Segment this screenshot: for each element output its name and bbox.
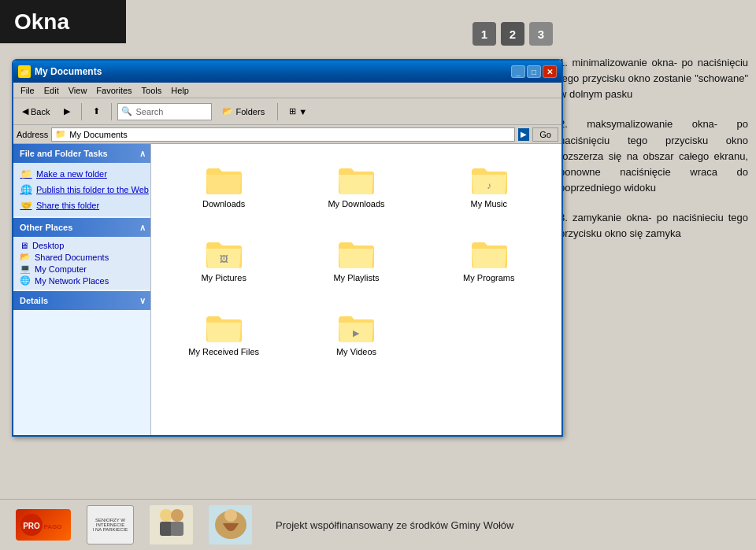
toolbar: ◀ Back ▶ ⬆ 🔍 Search 📂 Folders ⊞ ▼ [13, 98, 561, 125]
publish-folder-link[interactable]: 🌐 Publish this folder to the Web [20, 182, 150, 197]
file-label-mydownloads: My Downloads [328, 198, 384, 209]
details-label: Details [20, 296, 48, 305]
file-item-myvideos[interactable]: ▶ My Videos [291, 300, 421, 371]
views-chevron: ▼ [298, 107, 307, 116]
up-button[interactable]: ⬆ [87, 102, 106, 122]
desktop-icon: 🖥 [20, 241, 28, 250]
folder-icon-myprograms [470, 239, 508, 269]
menu-file[interactable]: File [17, 85, 39, 96]
file-item-mypictures[interactable]: 🖼 My Pictures [159, 226, 288, 297]
address-nav-arrow[interactable]: ▶ [518, 128, 529, 141]
propago-logo: PRO PAGO [16, 509, 71, 541]
file-label-myvideos: My Videos [336, 346, 376, 357]
file-item-mymusic[interactable]: ♪ My Music [424, 152, 554, 223]
folder-icon-myreceivedfiles [205, 313, 243, 343]
file-item-myplaylists[interactable]: My Playlists [291, 226, 421, 297]
minimize-button[interactable]: _ [511, 65, 525, 78]
file-label-myplaylists: My Playlists [333, 272, 379, 283]
separator-2 [111, 103, 112, 120]
file-area: Downloads My Downloads ♪ [151, 144, 561, 435]
svg-point-8 [171, 509, 183, 522]
shared-documents-link[interactable]: 📂 Shared Documents [20, 251, 150, 263]
my-network-places-link[interactable]: 🌐 My Network Places [20, 275, 150, 286]
menu-favorites[interactable]: Favorites [92, 85, 135, 96]
back-arrow-icon: ◀ [22, 106, 28, 116]
main-content: File and Folder Tasks ∧ 📁 Make a new fol… [13, 144, 561, 435]
my-computer-link[interactable]: 💻 My Computer [20, 263, 150, 275]
file-item-myprograms[interactable]: My Programs [424, 226, 554, 297]
svg-text:PAGO: PAGO [44, 523, 62, 530]
back-label: Back [31, 107, 50, 116]
address-bar: Address 📁 My Documents ▶ Go [13, 125, 561, 144]
badge-2: 2 [501, 22, 524, 46]
win-window: 📁 My Documents _ □ ✕ File Edit View Favo… [12, 59, 563, 437]
file-item-myreceivedfiles[interactable]: My Received Files [159, 300, 288, 371]
menu-help[interactable]: Help [167, 85, 193, 96]
menu-tools[interactable]: Tools [138, 85, 166, 96]
search-box[interactable]: 🔍 Search [117, 103, 212, 120]
file-item-downloads[interactable]: Downloads [159, 152, 288, 223]
menu-edit[interactable]: Edit [40, 85, 63, 96]
file-label-myreceivedfiles: My Received Files [188, 346, 259, 357]
file-label-myprograms: My Programs [463, 272, 514, 283]
collapse-icon-3[interactable]: ∨ [139, 296, 146, 306]
folder-icon-mypictures: 🖼 [205, 239, 243, 269]
new-folder-icon: 📁 [20, 168, 32, 180]
address-value: My Documents [69, 130, 127, 139]
search-icon: 🔍 [121, 106, 132, 116]
badge-3: 3 [529, 22, 553, 46]
figure-2 [209, 505, 252, 544]
search-label: Search [135, 107, 163, 116]
file-folder-tasks-section: File and Folder Tasks ∧ 📁 Make a new fol… [13, 144, 150, 216]
badge-text: SENIORZY W INTERNECIEI NA PARKIECIE [87, 516, 133, 533]
folder-icon-myplaylists [337, 239, 375, 269]
file-folder-tasks-header: File and Folder Tasks ∧ [13, 144, 150, 163]
svg-rect-7 [160, 522, 172, 536]
network-icon: 🌐 [20, 275, 31, 286]
explanation-1: 1. minimalizowanie okna- po naciśnięciu … [559, 55, 748, 102]
shared-docs-icon: 📂 [20, 252, 31, 262]
up-icon: ⬆ [93, 106, 100, 116]
svg-point-6 [160, 509, 172, 522]
forward-button[interactable]: ▶ [58, 102, 76, 122]
svg-text:PRO: PRO [23, 522, 40, 530]
title-bar-buttons: _ □ ✕ [511, 65, 557, 78]
menu-bar: File Edit View Favorites Tools Help [13, 83, 561, 98]
collapse-icon-2[interactable]: ∧ [139, 223, 146, 233]
make-new-folder-link[interactable]: 📁 Make a new folder [20, 166, 150, 182]
details-section: Details ∨ [13, 291, 150, 310]
svg-text:♪: ♪ [487, 180, 491, 191]
menu-view[interactable]: View [65, 85, 91, 96]
back-button[interactable]: ◀ Back [17, 102, 55, 122]
share-folder-link[interactable]: 🤝 Share this folder [20, 197, 150, 213]
share-icon: 🤝 [20, 199, 32, 212]
footer: PRO PAGO SENIORZY W INTERNECIEI NA PARKI… [0, 499, 756, 550]
views-button[interactable]: ⊞ ▼ [284, 102, 313, 122]
top-bar: Okna [0, 0, 126, 43]
address-go-button[interactable]: Go [532, 127, 558, 142]
close-button[interactable]: ✕ [543, 65, 557, 78]
badge-1: 1 [472, 22, 496, 46]
folder-icon-mydownloads [337, 165, 375, 195]
forward-arrow-icon: ▶ [64, 106, 70, 116]
folder-icon-myvideos: ▶ [337, 313, 375, 343]
other-places-section: Other Places ∧ 🖥 Desktop 📂 Shared Docume… [13, 218, 150, 290]
address-label: Address [17, 130, 48, 139]
left-panel: File and Folder Tasks ∧ 📁 Make a new fol… [13, 144, 151, 435]
folders-icon: 📂 [222, 106, 233, 116]
separator-1 [81, 103, 82, 120]
folder-icon-mymusic: ♪ [470, 165, 508, 195]
folders-label: Folders [235, 107, 265, 116]
maximize-button[interactable]: □ [527, 65, 541, 78]
window-icon: 📁 [18, 65, 31, 78]
file-label-mypictures: My Pictures [201, 272, 246, 283]
file-item-mydownloads[interactable]: My Downloads [291, 152, 421, 223]
desktop-link[interactable]: 🖥 Desktop [20, 240, 150, 251]
folders-button[interactable]: 📂 Folders [215, 102, 272, 122]
file-folder-tasks-label: File and Folder Tasks [20, 149, 108, 158]
badges-area: 1 2 3 [472, 22, 553, 46]
address-field[interactable]: 📁 My Documents [51, 127, 515, 142]
details-header: Details ∨ [13, 291, 150, 310]
other-places-body: 🖥 Desktop 📂 Shared Documents 💻 My Comput… [13, 237, 150, 290]
collapse-icon-1[interactable]: ∧ [139, 149, 146, 159]
